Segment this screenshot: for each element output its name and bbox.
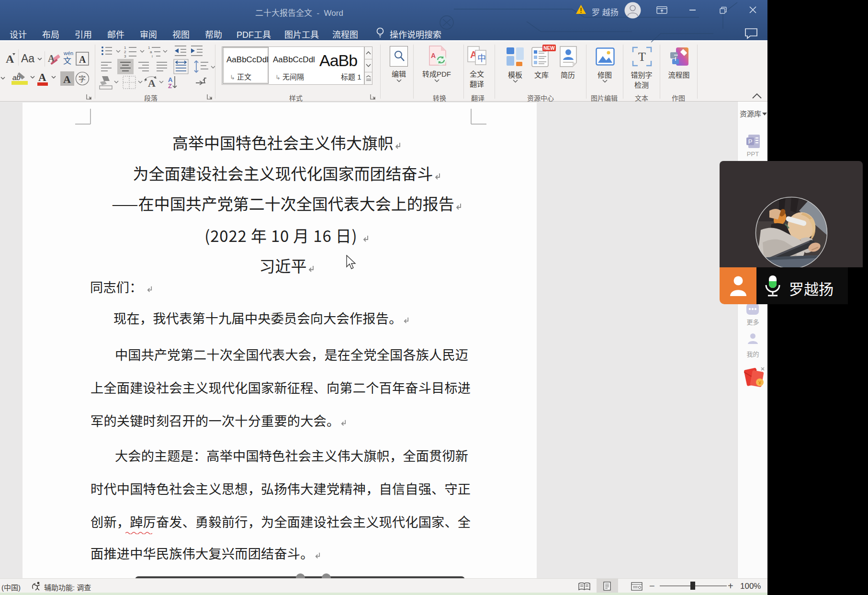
svg-text:T: T (638, 50, 646, 64)
svg-text:A: A (63, 73, 71, 85)
svg-text:A: A (6, 53, 14, 65)
svg-text:NEW: NEW (543, 46, 555, 51)
svg-text:A: A (431, 52, 436, 59)
svg-text:1: 1 (124, 46, 126, 50)
svg-text:A: A (148, 77, 156, 89)
svg-text:P: P (748, 138, 753, 145)
svg-text:A: A (38, 71, 46, 83)
svg-text:3: 3 (124, 54, 126, 58)
svg-text:2: 2 (124, 50, 126, 54)
svg-text:中: 中 (477, 51, 486, 64)
svg-text:文: 文 (63, 54, 71, 66)
svg-text:A: A (79, 54, 86, 65)
svg-text:Aa: Aa (21, 52, 34, 65)
svg-text:¥: ¥ (758, 380, 762, 386)
svg-text:a: a (150, 50, 152, 54)
svg-text:i: i (152, 54, 153, 58)
svg-text:1: 1 (148, 46, 150, 50)
svg-text:字: 字 (79, 73, 86, 83)
svg-text:Z: Z (168, 82, 172, 90)
